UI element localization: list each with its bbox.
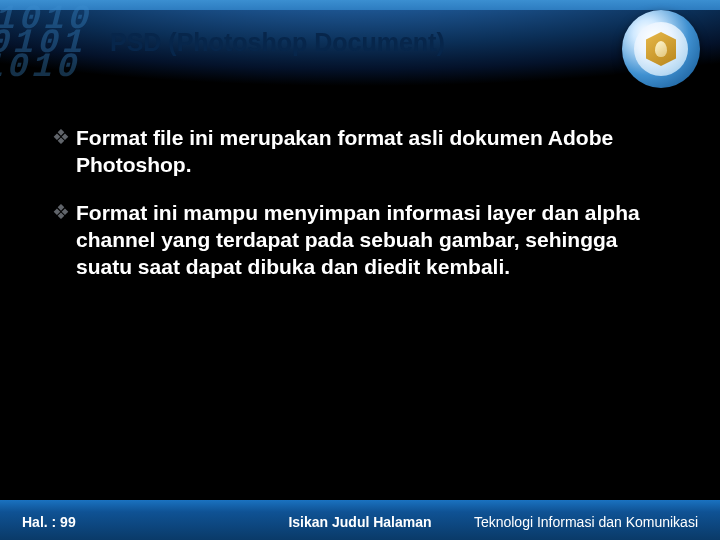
page-number: Hal. : 99 <box>22 514 76 530</box>
bullet-text: Format file ini merupakan format asli do… <box>76 124 668 179</box>
bullet-icon: ❖ <box>52 199 76 225</box>
bullet-icon: ❖ <box>52 124 76 150</box>
footer-title-placeholder: Isikan Judul Halaman <box>288 514 431 530</box>
bullet-item: ❖ Format file ini merupakan format asli … <box>52 124 668 179</box>
binary-row: 1010 <box>0 56 85 80</box>
bullet-item: ❖ Format ini mampu menyimpan informasi l… <box>52 199 668 281</box>
logo-inner <box>634 22 688 76</box>
footer-subject: Teknologi Informasi dan Komunikasi <box>474 514 698 530</box>
bullet-text: Format ini mampu menyimpan informasi lay… <box>76 199 668 281</box>
header-accent-bar <box>0 0 720 10</box>
binary-decoration: 1010 0101 1010 <box>0 8 97 79</box>
slide-header: 1010 0101 1010 PSD (Photoshop Document) <box>0 0 720 100</box>
slide: 1010 0101 1010 PSD (Photoshop Document) … <box>0 0 720 540</box>
slide-footer: Hal. : 99 Isikan Judul Halaman Teknologi… <box>0 500 720 540</box>
logo-icon <box>646 32 676 66</box>
logo-emblem <box>622 10 700 88</box>
page-title: PSD (Photoshop Document) <box>110 28 445 57</box>
slide-body: ❖ Format file ini merupakan format asli … <box>0 100 720 500</box>
